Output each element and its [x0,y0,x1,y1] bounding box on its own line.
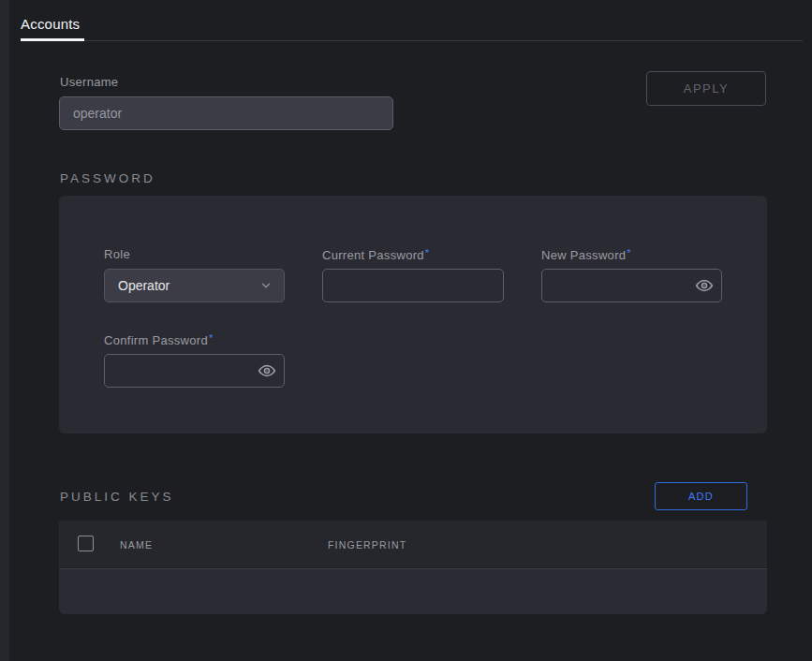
password-panel: Role Operator Current Password* New Pass… [59,196,767,433]
current-password-label: Current Password* [322,247,429,262]
current-password-field-wrap [322,269,504,302]
eye-icon[interactable] [258,361,276,380]
column-header-name: NAME [120,539,153,551]
role-select-value: Operator [118,278,170,293]
chevron-down-icon [259,279,273,292]
role-label: Role [104,247,130,261]
public-keys-table-header: NAME FINGERPRINT [59,521,767,567]
select-all-checkbox[interactable] [78,536,94,551]
new-password-label: New Password* [541,247,631,262]
tab-accounts-active-underline [21,38,84,41]
public-keys-section-heading: PUBLIC KEYS [60,490,174,504]
column-header-fingerprint: FINGERPRINT [328,539,406,551]
username-label: Username [60,75,118,89]
username-input[interactable] [59,96,393,130]
public-keys-empty-row [59,568,767,614]
confirm-password-label: Confirm Password* [104,332,214,347]
role-select[interactable]: Operator [104,269,285,302]
confirm-password-field-wrap [104,354,285,388]
apply-button[interactable]: APPLY [646,71,766,106]
left-edge-strip [0,0,9,661]
add-public-key-button[interactable]: ADD [655,482,747,510]
required-marker: * [209,332,214,344]
tabbar-divider [21,40,803,41]
eye-icon[interactable] [695,276,714,295]
accounts-settings-page: Accounts Username APPLY PASSWORD Role Op… [0,0,812,661]
password-section-heading: PASSWORD [60,171,155,185]
required-marker: * [627,247,631,258]
new-password-field-wrap [541,269,722,302]
required-marker: * [425,247,430,258]
tab-accounts[interactable]: Accounts [21,16,80,32]
current-password-input[interactable] [322,269,504,302]
